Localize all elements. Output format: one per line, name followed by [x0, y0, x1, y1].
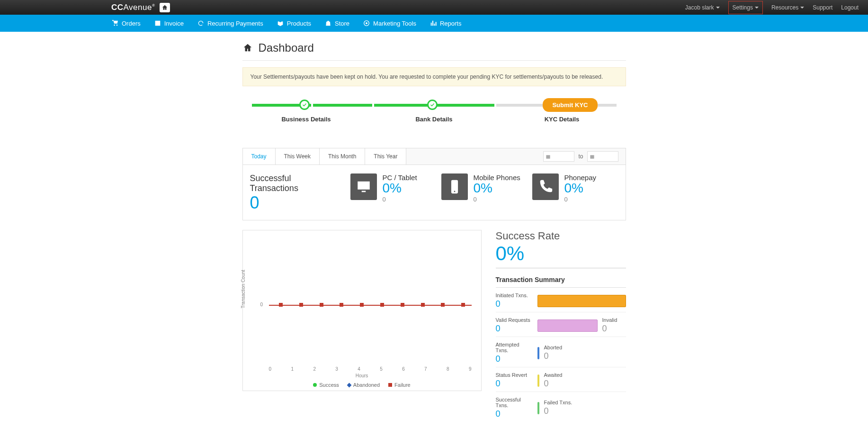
- stat-mobile: Mobile Phones 0% 0: [441, 173, 528, 211]
- cart-icon: [111, 19, 119, 27]
- nav-marketing[interactable]: Marketing Tools: [363, 19, 416, 27]
- target-icon: [363, 19, 370, 27]
- time-filter-tabs: Today This Week This Month This Year: [243, 148, 407, 164]
- phone-icon: [532, 173, 559, 200]
- step-label-kyc: KYC Details: [498, 116, 626, 123]
- refresh-icon: [197, 19, 205, 27]
- kyc-alert: Your Settlements/payouts have been kept …: [242, 67, 626, 86]
- page-title-row: Dashboard: [242, 41, 626, 61]
- step-label-bank: Bank Details: [370, 116, 498, 123]
- stat-label: Successful Transactions: [250, 173, 336, 193]
- settings-menu[interactable]: Settings: [728, 1, 763, 14]
- caret-icon: [755, 7, 759, 9]
- success-rate-value: 0%: [496, 242, 626, 268]
- home-icon: [242, 43, 253, 53]
- home-icon: [161, 4, 168, 11]
- step-label-business: Business Details: [242, 116, 370, 123]
- nav-store[interactable]: Store: [324, 19, 349, 27]
- stat-successful: Successful Transactions 0: [250, 173, 346, 211]
- svg-point-5: [454, 191, 455, 192]
- chart-legend: Success Abandoned Failure: [243, 382, 481, 388]
- step-check-business: [299, 100, 310, 110]
- mobile-icon: [441, 173, 468, 200]
- stat-pc: PC / Tablet 0% 0: [350, 173, 437, 211]
- nav-orders[interactable]: Orders: [111, 19, 141, 27]
- stat-value: 0: [250, 194, 260, 211]
- nav-recurring[interactable]: Recurring Payments: [197, 19, 263, 27]
- summary-initiated: Initiated Txns.0: [496, 292, 626, 312]
- logo: CCAvenue®: [111, 3, 155, 12]
- chart-area: 0: [269, 245, 472, 365]
- bar-attempted: [537, 347, 539, 359]
- time-filter-row: Today This Week This Month This Year to: [242, 148, 626, 165]
- page-title: Dashboard: [259, 41, 314, 55]
- tab-week[interactable]: This Week: [276, 148, 320, 164]
- step-check-bank: [427, 100, 438, 110]
- calendar-icon: [590, 154, 595, 159]
- stat-phonepay: Phonepay 0% 0: [532, 173, 618, 211]
- tab-year[interactable]: This Year: [365, 148, 406, 164]
- summary-successful: Successful Txns.0 Failed Txns.0: [496, 397, 626, 422]
- nav-products[interactable]: Products: [277, 19, 311, 27]
- date-to-input[interactable]: [587, 151, 618, 162]
- main-content: Dashboard Your Settlements/payouts have …: [242, 32, 626, 441]
- summary-valid: Valid Requests0 Invalid0: [496, 317, 626, 337]
- tab-today[interactable]: Today: [243, 148, 276, 164]
- topbar-left: CCAvenue®: [111, 3, 170, 12]
- step-labels: Business Details Bank Details KYC Detail…: [242, 116, 626, 123]
- resources-menu[interactable]: Resources: [771, 4, 804, 11]
- logout-link[interactable]: Logout: [841, 4, 859, 11]
- to-label: to: [578, 153, 583, 160]
- success-rate-label: Success Rate: [496, 230, 626, 242]
- legend-failure: Failure: [388, 382, 411, 388]
- submit-kyc-button[interactable]: Submit KYC: [543, 98, 597, 112]
- caret-icon: [716, 7, 720, 9]
- topbar: CCAvenue® Jacob slark Settings Resources…: [0, 0, 868, 15]
- stats-row: Successful Transactions 0 PC / Tablet 0%…: [242, 165, 626, 220]
- svg-rect-3: [590, 155, 594, 158]
- kyc-steps: Submit KYC Business Details Bank Details…: [242, 100, 626, 129]
- nav-reports[interactable]: Reports: [430, 19, 462, 27]
- bar-status: [537, 374, 539, 387]
- home-button[interactable]: [160, 3, 170, 12]
- user-menu[interactable]: Jacob slark: [685, 4, 720, 11]
- svg-rect-2: [546, 155, 550, 158]
- caret-icon: [800, 7, 804, 9]
- box-icon: [277, 19, 284, 27]
- summary-status-revert: Status Revert0 Awaited0: [496, 372, 626, 392]
- bottom-row: Transaction Count 0 01 23 45 67 89 Hours…: [242, 230, 626, 422]
- chart-ylabel: Transaction Count: [240, 270, 245, 308]
- bag-icon: [324, 19, 332, 27]
- support-link[interactable]: Support: [813, 4, 832, 11]
- summary-title: Transaction Summary: [496, 276, 626, 288]
- topbar-right: Jacob slark Settings Resources Support L…: [685, 1, 859, 14]
- nav-bar: Orders Invoice Recurring Payments Produc…: [0, 15, 868, 32]
- chart-icon: [430, 19, 437, 27]
- nav-invoice[interactable]: Invoice: [154, 19, 184, 27]
- transaction-chart: Transaction Count 0 01 23 45 67 89 Hours…: [242, 230, 482, 391]
- bar-valid: [537, 319, 598, 332]
- svg-point-1: [366, 22, 367, 24]
- bar-initiated: [537, 295, 626, 307]
- calendar-icon: [154, 19, 161, 27]
- bar-successful: [537, 402, 539, 414]
- date-range: to: [543, 151, 625, 162]
- chart-xlabel: Hours: [243, 373, 481, 378]
- legend-success: Success: [313, 382, 339, 388]
- tab-month[interactable]: This Month: [320, 148, 365, 164]
- chart-xaxis: 01 23 45 67 89: [269, 366, 472, 372]
- date-from-input[interactable]: [543, 151, 574, 162]
- monitor-icon: [350, 173, 377, 200]
- legend-abandoned: Abandoned: [348, 382, 380, 388]
- calendar-icon: [546, 154, 551, 159]
- summary-column: Success Rate 0% Transaction Summary Init…: [496, 230, 626, 422]
- summary-attempted: Attempted Txns.0 Aborted0: [496, 342, 626, 367]
